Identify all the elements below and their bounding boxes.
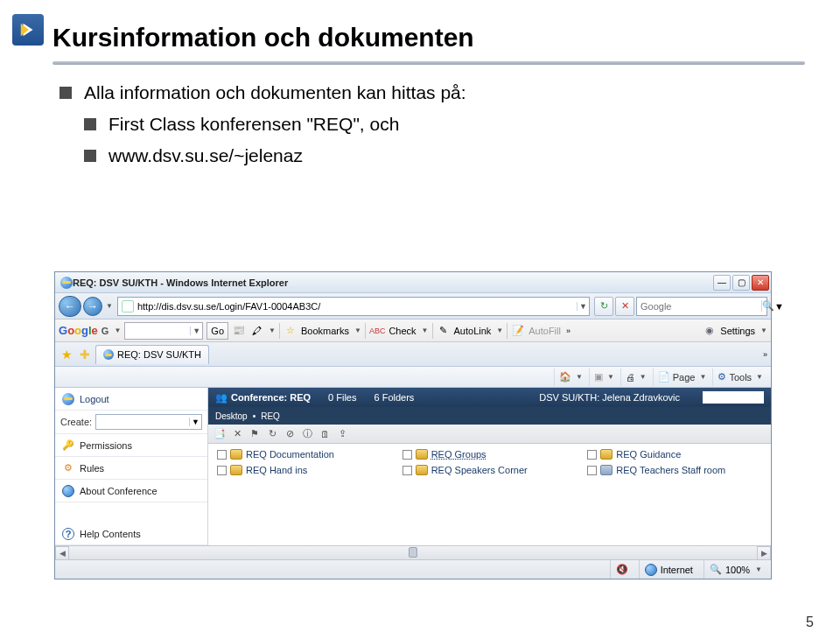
print-icon: 🖨 [626, 372, 635, 383]
url-input[interactable] [137, 301, 577, 312]
history-icon[interactable]: 🗓 [318, 428, 331, 440]
folder-icon [600, 449, 612, 460]
folder-req-documentation[interactable]: REQ Documentation [217, 449, 392, 460]
checkbox[interactable] [587, 450, 597, 460]
header-input[interactable] [703, 391, 764, 404]
checkbox[interactable] [587, 466, 597, 475]
zoom-icon: 🔍 [710, 564, 722, 575]
folder-req-handins[interactable]: REQ Hand ins [217, 465, 392, 475]
conference-toolbar: 📑 ✕ ⚑ ↻ ⊘ ⓘ 🗓 ⇪ [208, 425, 771, 444]
status-zoom[interactable]: 🔍100%▼ [704, 560, 767, 579]
conference-header: 👥Conference: REQ 0 Files 6 Folders DSV S… [208, 388, 771, 407]
status-zone: Internet [639, 560, 698, 579]
favorites-star-icon[interactable]: ★ [59, 347, 74, 362]
google-bookmarks-button[interactable]: Bookmarks [301, 326, 349, 336]
browser-tab[interactable]: REQ: DSV SU/KTH [95, 345, 209, 364]
google-settings-button[interactable]: Settings [720, 326, 755, 336]
info-icon[interactable]: ⓘ [301, 428, 313, 440]
status-sound-icon[interactable]: 🔇 [610, 560, 634, 579]
tools-menu-button[interactable]: ⚙Tools▼ [712, 369, 767, 386]
google-check-button[interactable]: Check [388, 326, 416, 336]
checkbox[interactable] [217, 466, 227, 475]
breadcrumb-req[interactable]: REQ [261, 411, 280, 421]
breadcrumb: Desktop • REQ [208, 407, 771, 425]
maximize-button[interactable]: ▢ [732, 275, 750, 291]
flag-icon[interactable]: ⚑ [248, 428, 261, 440]
folder-req-groups[interactable]: REQ Groups [402, 449, 578, 460]
nav-history-dropdown[interactable]: ▼ [106, 302, 113, 310]
sidebar-item-permissions[interactable]: 🔑Permissions [55, 434, 207, 457]
files-count: 0 Files [328, 392, 356, 403]
close-button[interactable]: ✕ [752, 275, 769, 291]
create-dropdown[interactable]: ▼ [95, 414, 202, 430]
page-icon [122, 300, 134, 312]
search-dropdown[interactable]: ▼ [774, 301, 784, 312]
sidebar-item-help[interactable]: ?Help Contents [55, 523, 207, 545]
status-bar: 🔇 Internet 🔍100%▼ [55, 559, 771, 579]
home-button[interactable]: 🏠▼ [554, 369, 587, 386]
breadcrumb-desktop[interactable]: Desktop [215, 411, 248, 421]
scroll-thumb[interactable] [409, 547, 417, 558]
upload-icon[interactable]: ⇪ [336, 428, 348, 440]
titlebar: REQ: DSV SU/KTH - Windows Internet Explo… [55, 272, 771, 293]
window-title: REQ: DSV SU/KTH - Windows Internet Explo… [73, 277, 713, 288]
sidebar-item-rules[interactable]: ⚙Rules [55, 457, 207, 480]
folder-req-speakers[interactable]: REQ Speakers Corner [402, 465, 578, 475]
folder-icon [416, 465, 428, 475]
check-icon[interactable]: ⊘ [284, 428, 296, 440]
delete-icon[interactable]: ✕ [231, 428, 243, 440]
conference-icon: 👥 [215, 391, 228, 404]
folder-req-teachers[interactable]: REQ Teachers Staff room [587, 465, 762, 475]
stop-button[interactable]: ✕ [615, 297, 634, 316]
google-logo: Google [59, 324, 98, 337]
google-go-button[interactable]: Go [206, 322, 228, 340]
gear-icon: ⚙ [718, 371, 726, 383]
main-panel: 👥Conference: REQ 0 Files 6 Folders DSV S… [208, 388, 771, 545]
logout-link[interactable]: Logout [55, 388, 207, 411]
scroll-right-button[interactable]: ▶ [757, 546, 771, 560]
tab-title: REQ: DSV SU/KTH [117, 349, 201, 360]
url-dropdown[interactable]: ▼ [577, 302, 589, 311]
forward-button[interactable]: → [83, 297, 102, 316]
slide-title: Kursinformation och dokumenten [52, 23, 805, 53]
page-number: 5 [806, 614, 814, 630]
back-button[interactable]: ← [59, 296, 81, 317]
page-menu-button[interactable]: 📄Page▼ [653, 369, 711, 386]
scroll-left-button[interactable]: ◀ [55, 546, 69, 560]
rss-icon: ▣ [594, 371, 603, 383]
bullet-sub-url: www.dsv.su.se/~jelenaz [84, 145, 805, 166]
refresh-icon[interactable]: ↻ [266, 428, 278, 440]
horizontal-scrollbar[interactable]: ◀ ▶ [55, 545, 771, 559]
folder-icon [416, 449, 428, 460]
folder-req-guidance[interactable]: REQ Guidance [587, 449, 762, 460]
google-highlight-icon[interactable]: 🖍 [249, 324, 263, 338]
minimize-button[interactable]: — [713, 275, 731, 291]
checkbox[interactable] [402, 466, 412, 475]
search-button[interactable]: 🔍 [761, 300, 774, 312]
checkbox[interactable] [402, 450, 412, 460]
bullet-sub-firstclass: First Class konferensen "REQ", och [84, 114, 805, 135]
sidebar-item-about[interactable]: About Conference [55, 480, 207, 502]
google-autolink-button[interactable]: AutoLink [454, 326, 492, 336]
checkbox[interactable] [217, 450, 227, 460]
create-label: Create: [60, 417, 92, 427]
google-autofill-button[interactable]: AutoFill [528, 326, 561, 336]
url-box[interactable]: ▼ [117, 297, 590, 316]
google-news-icon[interactable]: 📰 [232, 324, 246, 338]
logout-icon [62, 393, 74, 405]
google-search-box[interactable]: ▼ [124, 322, 203, 340]
refresh-button[interactable]: ↻ [594, 297, 613, 316]
print-button[interactable]: 🖨▼ [620, 369, 651, 386]
sidebar: Logout Create: ▼ 🔑Permissions ⚙Rules Abo… [55, 388, 208, 545]
feeds-button[interactable]: ▣▼ [589, 369, 619, 386]
autolink-icon: ✎ [437, 324, 451, 338]
search-box[interactable]: 🔍 ▼ [636, 297, 767, 316]
search-input[interactable] [637, 301, 761, 312]
add-favorites-icon[interactable]: ✚ [77, 347, 93, 362]
page-icon: 📄 [658, 371, 670, 383]
settings-icon[interactable]: ◉ [703, 324, 717, 338]
star-icon[interactable]: ☆ [284, 324, 298, 338]
ie-icon [60, 277, 73, 289]
copy-icon[interactable]: 📑 [214, 428, 226, 440]
home-icon: 🏠 [559, 371, 571, 383]
